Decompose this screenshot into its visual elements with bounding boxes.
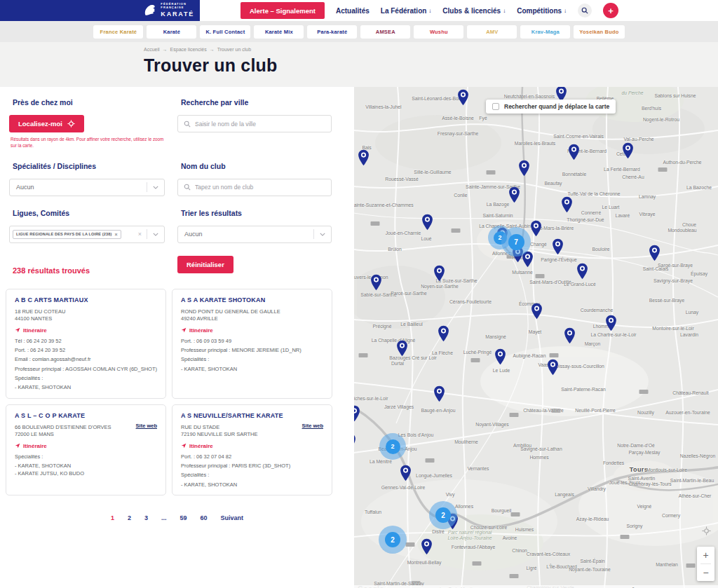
- page-title: Trouver un club: [144, 55, 718, 76]
- map-pin[interactable]: [561, 196, 573, 213]
- page-next[interactable]: Suivant: [221, 514, 244, 521]
- page-2[interactable]: 2: [128, 514, 131, 521]
- map-pin[interactable]: [568, 144, 580, 160]
- city-input[interactable]: [178, 116, 331, 132]
- map-pin[interactable]: [649, 245, 661, 261]
- reset-button[interactable]: Réinitialiser: [177, 256, 233, 273]
- map-town-label: Tours: [630, 466, 648, 473]
- map-pin[interactable]: [518, 160, 530, 177]
- top-header: FÉDÉRATION FRANÇAISE KARATÉ Alerte – Sig…: [0, 0, 718, 21]
- site-web-link[interactable]: Site web: [136, 423, 157, 429]
- add-button[interactable]: +: [603, 3, 618, 18]
- zoom-out-button[interactable]: −: [697, 564, 714, 581]
- discipline-tab-krav-maga[interactable]: Krav-Maga: [520, 25, 570, 39]
- discipline-tab-france-karat[interactable]: France Karaté: [93, 25, 143, 39]
- map-pin[interactable]: [433, 265, 445, 282]
- itinerary-link[interactable]: Itinéraire: [15, 327, 157, 334]
- map-pin[interactable]: [438, 325, 449, 342]
- map-pin[interactable]: [400, 465, 412, 481]
- sort-select[interactable]: Aucun: [177, 226, 332, 243]
- breadcrumb-item[interactable]: Espace licenciés: [170, 47, 207, 52]
- map-pin[interactable]: [605, 315, 617, 331]
- map-pin[interactable]: [396, 340, 408, 357]
- itinerary-link[interactable]: Itinéraire: [181, 327, 323, 334]
- map-pin[interactable]: [421, 214, 433, 231]
- club-name: A S NEUVILLE/SARTHE KARATE: [181, 412, 323, 419]
- leagues-select[interactable]: LIGUE REGIONALE DES PAYS DE LA LOIRE (23…: [9, 226, 165, 243]
- nav-item-la-f-d-ration[interactable]: La Fédération↓: [381, 7, 432, 15]
- map-pin[interactable]: [547, 359, 559, 376]
- breadcrumb-item[interactable]: Accueil: [144, 47, 160, 52]
- map-pin[interactable]: [531, 303, 543, 320]
- map-pin-icon: [552, 238, 564, 255]
- club-name-group: Nom du club: [177, 162, 332, 196]
- alert-button[interactable]: Alerte – Signalement: [241, 2, 325, 19]
- page-3[interactable]: 3: [144, 514, 148, 521]
- specialties-select[interactable]: Aucun: [9, 179, 165, 196]
- club-name-input-wrap: [177, 179, 332, 196]
- discipline-tab-para-karat[interactable]: Para-karaté: [307, 25, 357, 39]
- map-pin[interactable]: [622, 142, 634, 159]
- map-town-label: Neuillé-Pont-Pierre: [575, 408, 615, 413]
- page-1[interactable]: 1: [111, 514, 114, 521]
- road-shield-icon: [510, 574, 519, 578]
- page-60[interactable]: 60: [201, 514, 208, 521]
- map-pin[interactable]: [576, 263, 588, 280]
- site-web-link[interactable]: Site web: [302, 423, 323, 429]
- map-pin[interactable]: [530, 220, 542, 237]
- itinerary-arrow-icon: [15, 327, 20, 333]
- itinerary-link[interactable]: Itinéraire: [181, 443, 323, 449]
- map-cluster[interactable]: 7: [501, 227, 531, 257]
- map-town-label: Saint-Léonard-des-Bois: [412, 96, 461, 101]
- itinerary-link[interactable]: Itinéraire: [15, 443, 157, 449]
- road-shield-icon: [406, 542, 415, 547]
- map-town-label: Parc naturel régional Loire-Anjou-Tourai…: [445, 530, 495, 542]
- map-pin[interactable]: [421, 538, 433, 555]
- search-icon: [581, 7, 588, 14]
- map-pin-icon: [457, 89, 469, 106]
- map[interactable]: Neufchâtel-en-SaosnoisSaint-Léonard-des-…: [354, 87, 718, 588]
- discipline-tab-karat-mix[interactable]: Karaté Mix: [254, 25, 304, 39]
- chevron-down-icon: [147, 233, 164, 236]
- map-pin-icon: [568, 144, 580, 160]
- map-search-toggle[interactable]: Rechercher quand je déplace la carte: [486, 100, 616, 114]
- map-pin-icon: [396, 340, 408, 357]
- zoom-in-button[interactable]: +: [697, 547, 714, 563]
- locate-button[interactable]: Localisez-moi: [9, 115, 84, 132]
- checkbox-icon[interactable]: [492, 103, 499, 110]
- discipline-tab-amv[interactable]: AMV: [467, 25, 517, 39]
- search-icon: [184, 184, 191, 191]
- discipline-tab-wushu[interactable]: Wushu: [414, 25, 463, 39]
- map-town-label: Vivy: [446, 492, 455, 497]
- nav-item-comp-titions[interactable]: Compétitions↓: [517, 7, 567, 15]
- map-pin[interactable]: [457, 89, 469, 106]
- map-pin[interactable]: [433, 385, 445, 402]
- nav-item-clubs-licenci-s[interactable]: Clubs & licenciés↓: [442, 7, 506, 15]
- map-pin[interactable]: [354, 405, 360, 422]
- breadcrumb-item[interactable]: Trouver un club: [217, 47, 251, 52]
- discipline-tab-amsea[interactable]: AMSEA: [360, 25, 410, 39]
- page-59[interactable]: 59: [180, 514, 187, 521]
- map-search-toggle-label: Rechercher quand je déplace la carte: [504, 103, 609, 110]
- ffk-logo[interactable]: FÉDÉRATION FRANÇAISE KARATÉ: [142, 3, 200, 18]
- discipline-tab-k-full-contact[interactable]: K. Full Contact: [200, 25, 250, 39]
- map-cluster[interactable]: 2: [379, 526, 407, 554]
- map-pin[interactable]: [494, 348, 506, 365]
- club-name-input[interactable]: [178, 179, 331, 196]
- map-pin[interactable]: [508, 186, 520, 203]
- map-pin[interactable]: [564, 327, 576, 344]
- discipline-tab-yoseikan-budo[interactable]: Yoseikan Budo: [574, 25, 624, 39]
- map-pin[interactable]: [358, 149, 370, 166]
- clear-icon[interactable]: ×: [133, 231, 147, 238]
- discipline-tab-karat[interactable]: Karaté: [147, 25, 196, 39]
- nav-item-actualit-s[interactable]: Actualités: [336, 7, 370, 15]
- map-pin[interactable]: [354, 433, 356, 450]
- discipline-nav: France KaratéKaratéK. Full ContactKaraté…: [0, 21, 718, 42]
- map-cluster[interactable]: 2: [379, 433, 406, 460]
- map-cluster[interactable]: 2: [429, 501, 457, 529]
- map-pin[interactable]: [370, 274, 382, 291]
- search-button[interactable]: [578, 4, 592, 18]
- map-pin[interactable]: [552, 238, 564, 255]
- breadcrumb-separator: →: [210, 47, 215, 52]
- remove-tag-icon[interactable]: ×: [114, 232, 117, 237]
